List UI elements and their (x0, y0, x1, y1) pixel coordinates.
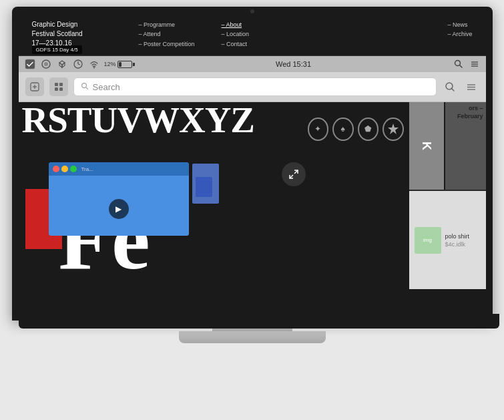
stand-base (179, 331, 326, 343)
search-bar[interactable]: Search (73, 77, 437, 96)
dropbox-icon (56, 58, 68, 70)
checkmark-icon (24, 58, 36, 70)
compose-button[interactable] (25, 77, 44, 96)
battery-icon (117, 61, 135, 68)
menubar-search-icon[interactable] (453, 58, 465, 70)
search-text: Search (93, 82, 120, 92)
left-top-strip: RSTUVWXYZ ✦ ♠ ⬟ (19, 102, 409, 156)
battery-percent-text: 12% (104, 61, 116, 67)
nav-group-about: – About – Location – Contact (222, 20, 250, 49)
window-minimize[interactable] (61, 166, 68, 172)
grid-button[interactable] (49, 77, 68, 96)
svg-rect-19 (59, 83, 63, 86)
small-panel-2 (196, 177, 212, 197)
clock-icon (72, 58, 84, 70)
play-button[interactable]: ▶ (109, 199, 129, 219)
monitor-wrapper: Graphic Design Festival Scotland 17—23.1… (0, 0, 504, 420)
wifi-icon (88, 58, 100, 70)
imac-chin (19, 314, 499, 329)
circle-icon (40, 58, 52, 70)
site-nav: Graphic Design Festival Scotland 17—23.1… (19, 13, 486, 56)
site-logo: Graphic Design Festival Scotland 17—23.1… (32, 20, 112, 48)
window-maximize[interactable] (70, 166, 77, 172)
stamp-icons: ✦ ♠ ⬟ (302, 102, 409, 156)
window-close[interactable] (53, 166, 59, 172)
browser-menu-action[interactable] (463, 79, 479, 95)
menubar-list-icon[interactable] (469, 58, 481, 70)
window-title: Tra... (81, 166, 93, 172)
svg-line-25 (451, 88, 454, 91)
svg-rect-0 (25, 59, 35, 69)
svg-line-8 (78, 64, 80, 65)
stamp-1: ✦ (308, 118, 329, 141)
screen: Graphic Design Festival Scotland 17—23.1… (19, 13, 486, 314)
right-panel-top: K ors – February (409, 102, 486, 190)
right-text-1: ors – (469, 105, 483, 113)
search-icon (81, 82, 89, 92)
ui-overlay-window[interactable]: Tra... ▶ (49, 162, 189, 236)
stamp-2: ♠ (332, 118, 354, 141)
stamp-4 (383, 118, 404, 141)
left-content: RSTUVWXYZ ✦ ♠ ⬟ (19, 102, 409, 289)
website: Graphic Design Festival Scotland 17—23.1… (19, 13, 486, 314)
svg-line-11 (459, 65, 462, 68)
menubar-time: Wed 15:31 (276, 60, 311, 68)
browser-chrome: Search (19, 72, 486, 102)
content-bg: RSTUVWXYZ ✦ ♠ ⬟ (19, 102, 486, 289)
site-content: RSTUVWXYZ ✦ ♠ ⬟ (19, 102, 486, 289)
right-text-2: February (457, 113, 483, 121)
typo-header: RSTUVWXYZ (22, 102, 255, 141)
nav-group-news: – News – Archive (447, 20, 472, 39)
expand-button[interactable] (282, 162, 306, 186)
nav-group-programme: – Programme – Attend – Poster Competitio… (139, 20, 195, 49)
browser-search-action[interactable] (442, 79, 458, 95)
svg-rect-18 (55, 83, 58, 86)
svg-line-23 (85, 87, 87, 89)
shirt-label: polo shirt (445, 232, 470, 241)
gdfs-badge: GDFS 15 Day 4/5 (32, 45, 82, 54)
right-panel-bottom: img polo shirt $4c.idlk (409, 191, 486, 289)
svg-rect-20 (55, 87, 58, 91)
svg-point-2 (44, 62, 48, 66)
imac-bezel: Graphic Design Festival Scotland 17—23.1… (12, 7, 493, 321)
battery-container: 12% (104, 61, 135, 68)
window-titlebar: Tra... (49, 162, 189, 176)
svg-rect-21 (59, 87, 63, 91)
svg-marker-3 (59, 61, 65, 65)
stamp-3: ⬟ (358, 118, 379, 141)
right-content: K ors – February (409, 102, 486, 289)
svg-marker-5 (62, 63, 65, 67)
window-content: ▶ (49, 176, 189, 236)
shirt-code: $4c.idlk (445, 241, 470, 248)
svg-point-9 (93, 67, 95, 69)
os-menubar: 12% Wed 15:31 (19, 56, 486, 72)
